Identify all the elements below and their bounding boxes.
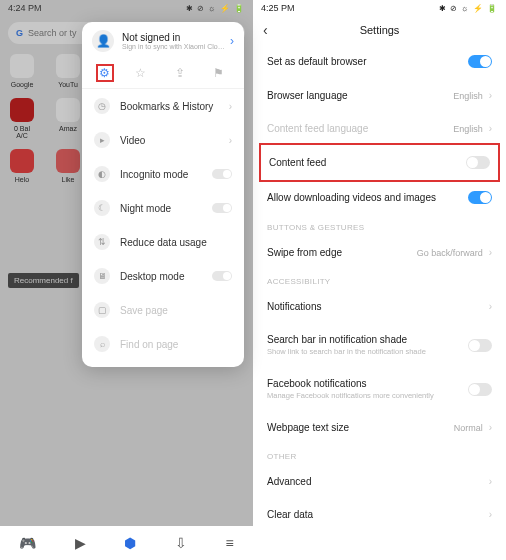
- save-icon: ▢: [94, 302, 110, 318]
- toggle-switch[interactable]: [466, 156, 490, 169]
- bookmark-flag-icon[interactable]: ⚑: [210, 64, 228, 82]
- menu-save-page: ▢Save page: [82, 293, 244, 327]
- settings-gear-icon[interactable]: ⚙: [96, 64, 114, 82]
- chevron-right-icon: ›: [230, 34, 234, 48]
- row-facebook-notif[interactable]: Facebook notifications Manage Facebook n…: [253, 367, 506, 411]
- browser-menu-popup: 👤 Not signed in Sign in to sync with Xia…: [82, 22, 244, 367]
- desktop-icon: 🖥: [94, 268, 110, 284]
- row-content-feed[interactable]: Content feed: [259, 143, 500, 182]
- value-label: Go back/forward: [417, 248, 483, 258]
- moon-icon: ☾: [94, 200, 110, 216]
- chevron-right-icon: ›: [489, 476, 492, 487]
- menu-video[interactable]: ▸Video›: [82, 123, 244, 157]
- menu-find: ⌕Find on page: [82, 327, 244, 361]
- toggle-switch[interactable]: [468, 55, 492, 68]
- chevron-right-icon: ›: [489, 509, 492, 520]
- row-notifications[interactable]: Notifications ›: [253, 290, 506, 323]
- avatar-icon: 👤: [92, 30, 114, 52]
- status-time: 4:24 PM: [8, 3, 42, 13]
- toggle-switch[interactable]: [468, 191, 492, 204]
- nav-game-icon[interactable]: 🎮: [19, 535, 36, 551]
- menu-incognito[interactable]: ◐Incognito mode: [82, 157, 244, 191]
- value-label: English: [453, 124, 483, 134]
- value-label: English: [453, 91, 483, 101]
- chevron-right-icon: ›: [229, 135, 232, 146]
- row-advanced[interactable]: Advanced ›: [253, 465, 506, 498]
- status-bar: 4:25 PM ✱ ⊘ ☼ ⚡ 🔋: [253, 0, 506, 16]
- row-clear-data[interactable]: Clear data ›: [253, 498, 506, 531]
- toggle-switch[interactable]: [468, 339, 492, 352]
- toggle-switch[interactable]: [212, 271, 232, 281]
- row-feed-language: Content feed language English ›: [253, 112, 506, 145]
- value-label: Normal: [454, 423, 483, 433]
- video-icon: ▸: [94, 132, 110, 148]
- chevron-right-icon: ›: [229, 101, 232, 112]
- section-buttons-gestures: BUTTONS & GESTURES: [253, 215, 506, 236]
- nav-home-icon[interactable]: ⬢: [124, 535, 136, 551]
- row-search-bar-notif[interactable]: Search bar in notification shade Show li…: [253, 323, 506, 367]
- incognito-icon: ◐: [94, 166, 110, 182]
- row-default-browser[interactable]: Set as default browser: [253, 44, 506, 79]
- chevron-right-icon: ›: [489, 422, 492, 433]
- bottom-nav: 🎮 ▶ ⬢ ⇩ ≡: [0, 526, 253, 560]
- chevron-right-icon: ›: [489, 90, 492, 101]
- sign-in-row[interactable]: 👤 Not signed in Sign in to sync with Xia…: [82, 22, 244, 58]
- chevron-right-icon: ›: [489, 301, 492, 312]
- row-swipe-edge[interactable]: Swipe from edge Go back/forward ›: [253, 236, 506, 269]
- row-text-size[interactable]: Webpage text size Normal ›: [253, 411, 506, 444]
- status-icons: ✱ ⊘ ☼ ⚡ 🔋: [186, 4, 245, 13]
- share-icon[interactable]: ⇪: [171, 64, 189, 82]
- clock-icon: ◷: [94, 98, 110, 114]
- toggle-switch[interactable]: [212, 203, 232, 213]
- menu-bookmarks[interactable]: ◷Bookmarks & History›: [82, 89, 244, 123]
- section-accessibility: ACCESSIBILITY: [253, 269, 506, 290]
- status-bar: 4:24 PM ✱ ⊘ ☼ ⚡ 🔋: [0, 0, 253, 16]
- status-time: 4:25 PM: [261, 3, 295, 13]
- toggle-switch[interactable]: [212, 169, 232, 179]
- subtitle: Show link to search bar in the notificat…: [267, 347, 426, 356]
- back-icon[interactable]: ‹: [263, 22, 268, 38]
- chevron-right-icon: ›: [489, 123, 492, 134]
- menu-night[interactable]: ☾Night mode: [82, 191, 244, 225]
- toggle-switch[interactable]: [468, 383, 492, 396]
- signin-title: Not signed in: [122, 32, 225, 43]
- subtitle: Manage Facebook notifications more conve…: [267, 391, 434, 400]
- search-icon: ⌕: [94, 336, 110, 352]
- section-other: OTHER: [253, 444, 506, 465]
- nav-download-icon[interactable]: ⇩: [175, 535, 187, 551]
- nav-menu-icon[interactable]: ≡: [226, 535, 234, 551]
- chevron-right-icon: ›: [489, 247, 492, 258]
- settings-header: ‹ Settings: [253, 16, 506, 44]
- row-browser-language[interactable]: Browser language English ›: [253, 79, 506, 112]
- signin-subtitle: Sign in to sync with Xiaomi Clo…: [122, 43, 225, 50]
- star-icon[interactable]: ☆: [132, 64, 150, 82]
- row-allow-download[interactable]: Allow downloading videos and images: [253, 180, 506, 215]
- data-icon: ⇅: [94, 234, 110, 250]
- nav-video-icon[interactable]: ▶: [75, 535, 86, 551]
- status-icons: ✱ ⊘ ☼ ⚡ 🔋: [439, 4, 498, 13]
- page-title: Settings: [360, 24, 400, 36]
- menu-desktop[interactable]: 🖥Desktop mode: [82, 259, 244, 293]
- menu-reduce-data[interactable]: ⇅Reduce data usage: [82, 225, 244, 259]
